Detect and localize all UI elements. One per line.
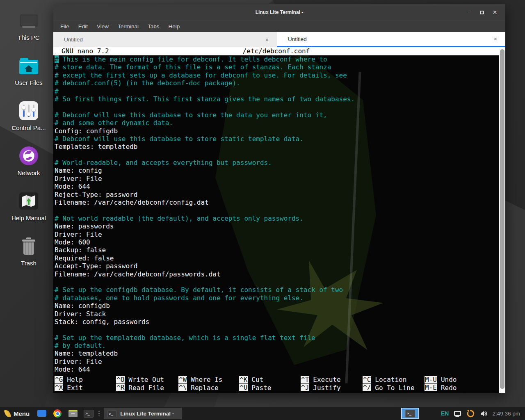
desktop-icon-user-files[interactable]: User Files: [0, 56, 57, 86]
chrome-launcher[interactable]: [52, 409, 62, 418]
maximize-button[interactable]: [476, 4, 488, 21]
editor-line: Required: false: [55, 254, 499, 262]
tab-untitled-1[interactable]: Untitled ×: [53, 32, 277, 47]
shortcut-key: ^\: [178, 384, 187, 391]
desktop-icon-network[interactable]: Network: [0, 146, 57, 176]
desktop-icon-control-panel[interactable]: Control Pa...: [0, 101, 57, 131]
tab-untitled-2[interactable]: Untitled ×: [277, 32, 505, 47]
chrome-icon: [53, 409, 62, 418]
terminal-launcher[interactable]: >_: [84, 409, 94, 418]
shortcut-key: ^T: [301, 376, 309, 383]
nano-shortcuts: ^GHelp^OWrite Out^WWhere Is^KCut^TExecut…: [55, 376, 499, 392]
scrollbar-thumb[interactable]: [500, 49, 504, 389]
file-manager-launcher[interactable]: [68, 409, 78, 418]
shortcut-label: Go To Line: [375, 384, 414, 392]
editor-line: Reject-Type: password: [55, 191, 499, 199]
nano-shortcut: ^GHelp: [55, 376, 116, 383]
editor-line: # Not world readable (the default), and …: [55, 215, 499, 222]
tab-close-icon[interactable]: ×: [492, 36, 499, 42]
shortcut-label: Location: [375, 376, 406, 383]
terminal-surface[interactable]: GNU nano 7.2 /etc/debconf.conf # This is…: [53, 47, 505, 393]
shortcut-key: ^X: [55, 384, 63, 391]
editor-line: [55, 206, 499, 214]
editor-line: Mode: 644: [55, 183, 499, 190]
editor-line: Templates: templatedb: [55, 143, 499, 151]
shortcut-key: ^G: [55, 376, 63, 383]
tab-close-icon[interactable]: ×: [264, 37, 270, 43]
desktop-icon-label: Help Manual: [11, 215, 46, 221]
shortcut-label: Write Out: [128, 376, 164, 383]
update-notifier-tray[interactable]: [466, 409, 475, 418]
close-button[interactable]: ✕: [488, 4, 501, 21]
menu-item[interactable]: Help: [164, 21, 185, 32]
folder-home-icon: [19, 56, 39, 75]
nano-version: GNU nano 7.2: [53, 47, 109, 55]
nano-shortcut: ^TExecute: [301, 376, 363, 383]
menu-item[interactable]: Edit: [74, 21, 92, 32]
shortcut-label: Execute: [313, 376, 340, 383]
desktop-icon-help-manual[interactable]: Help Manual: [0, 191, 57, 221]
shortcut-label: Undo: [441, 376, 457, 383]
nano-shortcut: ^UPaste: [239, 384, 301, 392]
maximize-icon: [480, 11, 484, 14]
menu-item[interactable]: Tabs: [143, 21, 164, 32]
editor-line: # Set up the templatedb database, which …: [55, 334, 499, 342]
shortcut-label: Read File: [128, 384, 164, 392]
desktop-icon: [37, 410, 46, 417]
menu-item[interactable]: Terminal: [113, 21, 143, 32]
start-menu-button[interactable]: Menu: [3, 410, 31, 418]
desktop-icon-this-pc[interactable]: This PC: [0, 11, 57, 41]
clock[interactable]: 2:49:36 pm: [492, 411, 522, 417]
nano-shortcut: ^CLocation: [363, 376, 425, 383]
scrollbar-track[interactable]: [499, 47, 505, 393]
display-settings-tray[interactable]: [453, 409, 461, 418]
minimize-button[interactable]: –: [463, 4, 476, 21]
nano-shortcut: M-UUndo: [425, 376, 499, 383]
editor-line: # Debconf will use this database to stor…: [55, 135, 499, 143]
task-button-terminal[interactable]: >_ Linux Lite Terminal -: [104, 408, 182, 419]
editor-line: Accept-Type: password: [55, 262, 499, 270]
volume-tray[interactable]: [479, 409, 488, 418]
system-tray: >_ EN 2:49:36 pm: [401, 408, 522, 419]
editor-line: #: [55, 87, 499, 95]
terminal-icon: >_: [405, 410, 415, 418]
editor-line: Config: configdb: [55, 127, 499, 135]
desktop-icon-trash[interactable]: Trash: [0, 236, 57, 267]
show-desktop-button[interactable]: [37, 409, 47, 418]
shortcut-key: ^C: [363, 376, 371, 383]
tab-label: Untitled: [288, 36, 492, 42]
editor-line: Driver: File: [55, 175, 499, 183]
desktop-icon-label: This PC: [18, 34, 39, 41]
pc-icon: [19, 11, 39, 30]
editor-lines: # This is the main config file for debco…: [53, 55, 499, 374]
tab-bar: Untitled × Untitled ×: [53, 32, 505, 47]
shortcut-label: Where Is: [191, 376, 222, 383]
window-title: Linux Lite Terminal -: [256, 9, 303, 15]
desktop-icon-label: Control Pa...: [11, 124, 46, 131]
editor-line: Driver: File: [55, 358, 499, 365]
nano-shortcut: ^RRead File: [116, 384, 178, 392]
text-cursor: #: [55, 55, 59, 63]
nano-titlebar: GNU nano 7.2 /etc/debconf.conf: [53, 47, 499, 55]
nano-filename: /etc/debconf.conf: [243, 47, 310, 55]
keyboard-layout-indicator[interactable]: EN: [441, 410, 449, 417]
editor-line: # So first things first. This first stan…: [55, 95, 499, 103]
shortcut-label: Exit: [67, 384, 83, 392]
menu-item[interactable]: View: [92, 21, 113, 32]
editor-line: # This is the main config file for debco…: [55, 55, 499, 63]
nano-shortcut: ^WWhere Is: [178, 376, 239, 383]
taskbar-separator: [98, 411, 100, 415]
editor-line: Stack: config, passwords: [55, 318, 499, 326]
shortcut-label: Cut: [251, 376, 263, 383]
shortcut-key: ^O: [116, 376, 125, 383]
shortcut-label: Redo: [441, 384, 457, 392]
monitor-icon: [454, 411, 461, 416]
desktop-icon-label: Trash: [21, 260, 37, 267]
editor-line: # except the first sets up a database fo…: [55, 71, 499, 79]
menu-item[interactable]: File: [56, 21, 74, 32]
nano-shortcut: ^OWrite Out: [116, 376, 178, 383]
window-titlebar[interactable]: Linux Lite Terminal - – ✕: [53, 4, 505, 21]
tray-terminal-indicator[interactable]: >_: [401, 408, 419, 419]
editor-line: [55, 103, 499, 111]
shortcut-key: ^W: [178, 376, 187, 383]
